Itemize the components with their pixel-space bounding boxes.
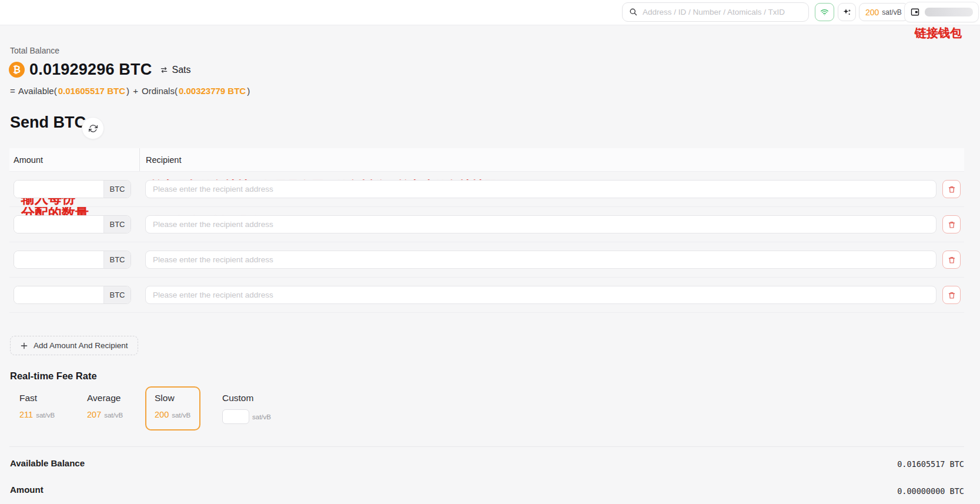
annotation-link-wallet: 链接钱包 [915, 25, 962, 41]
delete-row-button-4[interactable] [942, 286, 961, 304]
delete-row-button-1[interactable] [942, 180, 961, 198]
bitcoin-icon: ₿ [9, 62, 25, 78]
total-balance-value: 0.01929296 BTC [29, 61, 152, 79]
send-row-2: BTC [9, 207, 964, 242]
amount-total-value: 0.00000000 BTC [897, 486, 964, 496]
fee-option-unit: sat/vB [36, 412, 55, 419]
fee-option-value: 200 [155, 410, 169, 419]
send-table: Amount Recipient BTC BTC BTC [9, 148, 964, 313]
recipient-column-header: Recipient [139, 148, 964, 171]
search-icon [629, 8, 638, 16]
btc-unit-chip: BTC [103, 181, 131, 198]
delete-row-button-2[interactable] [942, 215, 961, 233]
btc-unit-chip: BTC [103, 286, 131, 303]
fee-option-custom[interactable]: Custom sat/vB [213, 386, 280, 430]
top-bar: 200 sat/vB [0, 0, 980, 25]
amount-column-header: Amount [9, 155, 139, 165]
available-label: Available( [18, 86, 57, 96]
wifi-icon [820, 8, 830, 16]
fee-badge-value: 200 [865, 8, 879, 17]
available-value: 0.01605517 BTC [58, 86, 125, 96]
refresh-button[interactable] [82, 117, 104, 139]
fee-option-label: Fast [19, 393, 56, 403]
swap-icon [159, 66, 169, 74]
ordinals-close: ) [247, 86, 250, 96]
add-button-label: Add Amount And Recipient [34, 341, 128, 350]
refresh-icon [89, 124, 98, 133]
fee-rate-title: Real-time Fee Rate [10, 371, 97, 382]
available-balance-value: 0.01605517 BTC [897, 459, 964, 469]
network-status-button[interactable] [815, 3, 834, 21]
fee-option-slow[interactable]: Slow 200sat/vB [145, 386, 200, 430]
fee-option-unit: sat/vB [252, 413, 271, 420]
wallet-panel-icon [910, 7, 920, 17]
ai-tools-button[interactable] [838, 3, 856, 21]
fee-option-fast[interactable]: Fast 211sat/vB [10, 386, 65, 430]
available-close: ) [126, 86, 129, 96]
recipient-input-4[interactable] [145, 286, 936, 304]
fee-option-unit: sat/vB [172, 412, 190, 419]
wallet-account-button[interactable] [904, 2, 979, 22]
fee-options: Fast 211sat/vB Average 207sat/vB Slow 20… [10, 386, 280, 430]
fee-option-value: 211 [19, 410, 33, 419]
send-row-3: BTC [9, 242, 964, 278]
amount-input-2[interactable] [14, 216, 103, 233]
fee-badge-unit: sat/vB [882, 8, 901, 16]
send-row-4: BTC [9, 278, 964, 313]
recipient-input-1[interactable] [145, 180, 936, 198]
btc-sats-toggle[interactable]: Sats [159, 65, 190, 75]
balance-row: ₿ 0.01929296 BTC Sats [9, 61, 190, 79]
table-header: Amount Recipient [9, 148, 964, 172]
available-balance-label: Available Balance [10, 458, 85, 468]
summary-divider [9, 446, 964, 447]
amount-input-1[interactable] [14, 181, 103, 198]
amount-input-group: BTC [14, 215, 131, 233]
trash-icon [948, 256, 956, 264]
trash-icon [948, 221, 956, 229]
balance-breakdown: = Available(0.01605517 BTC) + Ordinals(0… [10, 86, 251, 96]
ordinals-label: Ordinals( [142, 86, 178, 96]
breakdown-plus: + [133, 86, 138, 96]
amount-input-3[interactable] [14, 251, 103, 268]
recipient-input-2[interactable] [145, 215, 936, 233]
ordinals-value: 0.00323779 BTC [179, 86, 246, 96]
fee-option-value: 207 [87, 410, 101, 419]
fee-option-label: Average [87, 393, 123, 403]
btc-unit-chip: BTC [103, 251, 131, 268]
amount-input-4[interactable] [14, 286, 103, 303]
amount-total-label: Amount [10, 485, 44, 495]
current-fee-badge[interactable]: 200 sat/vB [859, 3, 908, 21]
total-balance-label: Total Balance [10, 46, 59, 55]
amount-input-group: BTC [14, 251, 131, 269]
recipient-input-3[interactable] [145, 251, 936, 269]
page-title: Send BTC [10, 114, 86, 132]
send-row-1: BTC [9, 172, 964, 207]
custom-fee-input[interactable] [222, 409, 249, 424]
search-input[interactable] [643, 8, 802, 16]
wallet-address-redacted [925, 8, 973, 16]
fee-option-label: Slow [155, 393, 191, 403]
btc-unit-chip: BTC [103, 216, 131, 233]
fee-option-unit: sat/vB [104, 412, 123, 419]
plus-icon [20, 342, 28, 350]
trash-icon [948, 185, 956, 193]
fee-option-average[interactable]: Average 207sat/vB [78, 386, 133, 430]
amount-input-group: BTC [14, 286, 131, 304]
fee-option-label: Custom [222, 393, 271, 403]
delete-row-button-3[interactable] [942, 251, 961, 269]
trash-icon [948, 291, 956, 299]
search-box[interactable] [622, 2, 809, 22]
breakdown-eq: = [10, 86, 15, 96]
sats-toggle-label: Sats [172, 65, 190, 75]
amount-input-group: BTC [14, 180, 131, 198]
sparkles-icon [842, 8, 852, 17]
add-amount-recipient-button[interactable]: Add Amount And Recipient [10, 336, 138, 355]
